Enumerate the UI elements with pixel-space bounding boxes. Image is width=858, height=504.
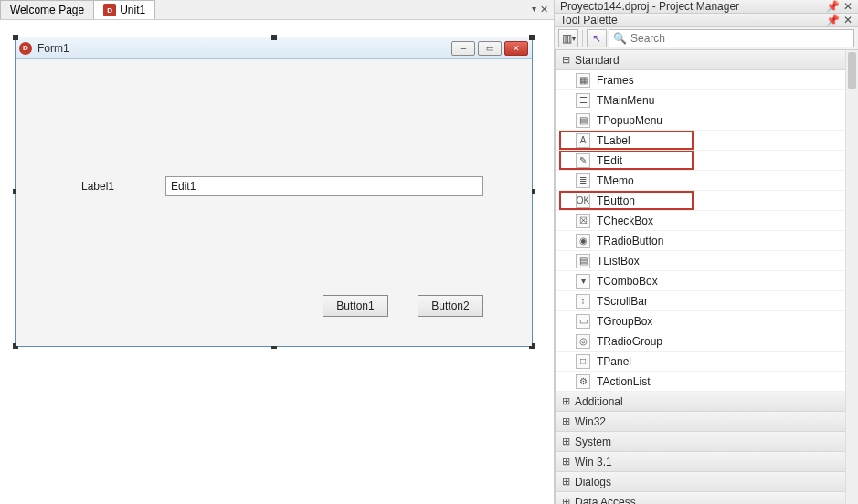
- form-title: Form1: [37, 42, 451, 55]
- palette-item-tscrollbar[interactable]: ↕TScrollBar: [556, 291, 858, 311]
- palette-item-tlabel[interactable]: ATLabel: [556, 131, 858, 151]
- form-app-icon: D: [19, 42, 32, 55]
- groupbox-icon: ▭: [576, 314, 590, 329]
- minimize-button[interactable]: ─: [451, 41, 475, 56]
- category-label: Dialogs: [575, 476, 611, 488]
- expand-icon[interactable]: ⊞: [561, 496, 570, 504]
- checkbox-icon: ☒: [576, 214, 590, 228]
- design-edit1[interactable]: Edit1: [165, 176, 483, 196]
- palette-item-tgroupbox[interactable]: ▭TGroupBox: [556, 311, 858, 331]
- expand-icon[interactable]: ⊞: [561, 436, 570, 447]
- tabs-close-icon[interactable]: ✕: [540, 4, 548, 16]
- palette-item-tmemo[interactable]: ≣TMemo: [556, 171, 858, 191]
- tool-palette-title: Tool Palette: [560, 14, 618, 26]
- palette-item-frames[interactable]: ▦Frames: [556, 70, 858, 90]
- resize-handle[interactable]: [529, 35, 535, 40]
- palette-item-tmainmenu[interactable]: ☰TMainMenu: [556, 90, 858, 110]
- item-label: TEdit: [597, 154, 622, 167]
- tool-palette-header[interactable]: Tool Palette 📌 ✕: [555, 14, 858, 27]
- category-win31[interactable]: ⊞Win 3.1: [556, 452, 858, 472]
- frames-icon: ▦: [576, 73, 590, 88]
- design-button1[interactable]: Button1: [323, 295, 388, 317]
- palette-pointer-button[interactable]: ↖: [587, 29, 607, 47]
- category-label: Win 3.1: [575, 456, 612, 468]
- tab-unit1-label: Unit1: [120, 4, 145, 16]
- pin-icon[interactable]: 📌: [826, 0, 840, 13]
- expand-icon[interactable]: ⊞: [561, 476, 570, 488]
- form-designer[interactable]: D Form1 ─ ▭ ✕ Label1 Edit1 Button1 Butto…: [15, 37, 533, 347]
- project-manager-title: Proyecto144.dproj - Project Manager: [560, 0, 739, 13]
- category-system[interactable]: ⊞System: [556, 432, 858, 452]
- expand-icon[interactable]: ⊞: [561, 415, 570, 427]
- item-label: TScrollBar: [597, 295, 648, 308]
- item-label: TButton: [597, 194, 635, 207]
- item-label: TActionList: [597, 375, 650, 388]
- palette-item-tpanel[interactable]: □TPanel: [556, 352, 858, 372]
- form-icon: D: [103, 4, 116, 16]
- mainmenu-icon: ☰: [576, 93, 590, 108]
- pin-icon[interactable]: 📌: [826, 14, 840, 26]
- panel-close-icon[interactable]: ✕: [843, 0, 853, 13]
- label-icon: A: [576, 133, 590, 148]
- right-panels: Proyecto144.dproj - Project Manager 📌 ✕ …: [555, 0, 858, 504]
- project-manager-header[interactable]: Proyecto144.dproj - Project Manager 📌 ✕: [555, 0, 858, 14]
- category-dialogs[interactable]: ⊞Dialogs: [556, 472, 858, 492]
- panel-close-icon[interactable]: ✕: [843, 14, 853, 26]
- item-label: Frames: [597, 74, 634, 87]
- palette-item-tradiogroup[interactable]: ◎TRadioGroup: [556, 331, 858, 352]
- radiobutton-icon: ◉: [576, 234, 590, 248]
- category-label: Win32: [575, 415, 606, 428]
- item-label: TPanel: [597, 355, 631, 368]
- design-button2[interactable]: Button2: [418, 295, 483, 317]
- palette-categories-button[interactable]: ▥▾: [558, 29, 578, 47]
- palette-tree[interactable]: ⊟Standard ▦Frames ☰TMainMenu ▤TPopupMenu…: [555, 50, 858, 504]
- close-button[interactable]: ✕: [504, 41, 528, 56]
- item-label: TRadioButton: [597, 235, 663, 247]
- category-additional[interactable]: ⊞Additional: [556, 392, 858, 412]
- palette-item-tbutton[interactable]: OKTButton: [556, 191, 858, 211]
- panel-icon: □: [576, 354, 590, 369]
- category-dataaccess[interactable]: ⊞Data Access: [556, 492, 858, 504]
- expand-icon[interactable]: ⊞: [561, 395, 570, 407]
- palette-item-tcheckbox[interactable]: ☒TCheckBox: [556, 211, 858, 231]
- collapse-icon[interactable]: ⊟: [561, 54, 570, 66]
- palette-search-input[interactable]: [630, 32, 850, 45]
- scrollbar-thumb[interactable]: [848, 52, 856, 89]
- palette-item-tcombobox[interactable]: ▾TComboBox: [556, 271, 858, 291]
- scrollbar-icon: ↕: [576, 294, 590, 309]
- palette-item-tradiobutton[interactable]: ◉TRadioButton: [556, 231, 858, 251]
- tab-unit1[interactable]: D Unit1: [93, 0, 155, 19]
- resize-handle[interactable]: [271, 35, 277, 40]
- actionlist-icon: ⚙: [576, 374, 590, 389]
- expand-icon[interactable]: ⊞: [561, 456, 570, 467]
- button-icon: OK: [576, 194, 590, 208]
- maximize-button[interactable]: ▭: [478, 41, 502, 56]
- tabstrip: Welcome Page D Unit1 ▾ ✕: [0, 0, 554, 20]
- design-button1-label: Button1: [336, 299, 374, 312]
- design-surface[interactable]: D Form1 ─ ▭ ✕ Label1 Edit1 Button1 Butto…: [0, 20, 554, 504]
- form-titlebar[interactable]: D Form1 ─ ▭ ✕: [16, 37, 532, 59]
- item-label: TGroupBox: [597, 315, 652, 328]
- form-client[interactable]: Label1 Edit1 Button1 Button2: [16, 59, 532, 346]
- resize-handle[interactable]: [13, 35, 18, 40]
- design-label1[interactable]: Label1: [81, 180, 114, 193]
- category-win32[interactable]: ⊞Win32: [556, 412, 858, 432]
- palette-item-tpopupmenu[interactable]: ▤TPopupMenu: [556, 110, 858, 131]
- design-edit1-text: Edit1: [171, 180, 196, 193]
- category-standard[interactable]: ⊟Standard: [556, 50, 858, 70]
- tab-welcome[interactable]: Welcome Page: [0, 0, 94, 19]
- palette-toolbar: ▥▾ ↖ 🔍: [555, 27, 858, 50]
- design-button2-label: Button2: [431, 299, 469, 312]
- palette-item-tlistbox[interactable]: ▤TListBox: [556, 251, 858, 271]
- category-label: Additional: [575, 395, 623, 408]
- search-icon: 🔍: [613, 32, 627, 45]
- palette-item-tedit[interactable]: ✎TEdit: [556, 151, 858, 171]
- palette-item-tactionlist[interactable]: ⚙TActionList: [556, 372, 858, 392]
- palette-search[interactable]: 🔍: [609, 29, 854, 47]
- category-label: Standard: [575, 54, 620, 67]
- tabs-dropdown-icon[interactable]: ▾: [532, 4, 536, 16]
- item-label: TMainMenu: [597, 94, 654, 107]
- palette-scrollbar[interactable]: [845, 50, 858, 504]
- listbox-icon: ▤: [576, 254, 590, 268]
- category-label: Data Access: [575, 496, 636, 505]
